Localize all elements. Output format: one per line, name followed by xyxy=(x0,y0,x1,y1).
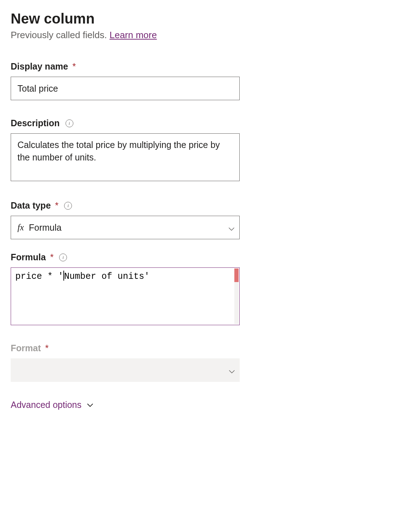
description-input[interactable]: Calculates the total price by multiplyin… xyxy=(11,133,240,181)
formula-text-post: Number of units' xyxy=(64,271,150,282)
display-name-label: Display name xyxy=(11,61,68,72)
format-label: Format xyxy=(11,343,41,353)
formula-label: Formula xyxy=(11,252,46,262)
subtitle-row: Previously called fields. Learn more xyxy=(11,30,395,41)
learn-more-link[interactable]: Learn more xyxy=(109,30,157,40)
data-type-label-row: Data type * i xyxy=(11,200,395,211)
description-label: Description xyxy=(11,118,60,128)
required-indicator: * xyxy=(55,200,59,211)
data-type-group: Data type * i fx Formula xyxy=(11,200,395,239)
required-indicator: * xyxy=(50,252,54,262)
formula-label-row: Formula * i xyxy=(11,252,395,262)
data-type-label: Data type xyxy=(11,200,51,211)
display-name-label-row: Display name * xyxy=(11,61,395,72)
required-indicator: * xyxy=(45,343,49,353)
advanced-options-toggle[interactable]: Advanced options xyxy=(11,400,395,410)
info-icon[interactable]: i xyxy=(66,119,73,127)
chevron-down-icon xyxy=(227,225,233,230)
data-type-value: Formula xyxy=(29,222,62,233)
formula-group: Formula * i price * 'Number of units' xyxy=(11,252,395,325)
chevron-down-icon xyxy=(86,401,94,409)
display-name-input[interactable] xyxy=(11,77,240,100)
text-cursor xyxy=(63,271,64,281)
format-group: Format * xyxy=(11,343,395,382)
page-title: New column xyxy=(11,11,395,27)
advanced-options-label: Advanced options xyxy=(11,400,82,410)
info-icon[interactable]: i xyxy=(64,202,72,210)
chevron-down-icon xyxy=(228,367,233,373)
format-select[interactable] xyxy=(11,358,240,382)
subtitle-text: Previously called fields. xyxy=(11,30,107,40)
formula-content: price * 'Number of units' xyxy=(11,268,239,285)
display-name-group: Display name * xyxy=(11,61,395,100)
required-indicator: * xyxy=(72,61,76,72)
formula-text-pre: price * ' xyxy=(15,271,63,282)
data-type-select[interactable]: fx Formula xyxy=(11,216,240,239)
info-icon[interactable]: i xyxy=(59,254,67,261)
description-group: Description i Calculates the total price… xyxy=(11,118,395,183)
scrollbar-thumb[interactable] xyxy=(234,268,239,282)
formula-input[interactable]: price * 'Number of units' xyxy=(11,267,240,325)
fx-icon: fx xyxy=(17,222,24,232)
format-label-row: Format * xyxy=(11,343,395,353)
description-label-row: Description i xyxy=(11,118,395,128)
